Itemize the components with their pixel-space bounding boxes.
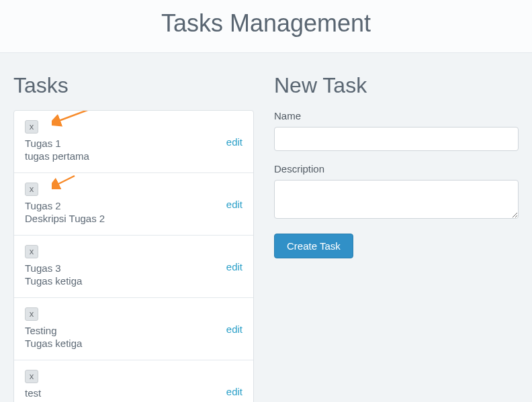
description-form-group: Description [274, 163, 519, 221]
delete-button[interactable]: x [25, 120, 38, 134]
task-name: test [25, 387, 242, 399]
task-item: x Testing Tugas ketiga edit [14, 298, 253, 360]
task-item: x Tugas 2 Deskripsi Tugas 2 edit [14, 173, 253, 236]
task-item: x Tugas 1 tugas pertama edit [14, 111, 253, 173]
delete-button[interactable]: x [25, 370, 38, 383]
name-label: Name [274, 110, 519, 121]
main-container: Tasks x Tugas 1 tugas pertama edit x Tug… [0, 53, 532, 402]
name-input[interactable] [274, 127, 519, 151]
task-description: Tugas ketiga [25, 338, 242, 349]
tasks-column: Tasks x Tugas 1 tugas pertama edit x Tug… [13, 73, 254, 402]
task-name: Testing [25, 325, 242, 336]
edit-link[interactable]: edit [226, 199, 242, 210]
description-textarea[interactable] [274, 180, 519, 219]
svg-line-1 [56, 176, 75, 185]
arrow-annotation-icon [52, 110, 92, 127]
task-description: Deskripsi Tugas 2 [25, 213, 242, 224]
task-name: Tugas 3 [25, 262, 242, 274]
edit-link[interactable]: edit [226, 261, 242, 272]
name-form-group: Name [274, 110, 519, 151]
edit-link[interactable]: edit [226, 386, 242, 397]
tasks-section-title: Tasks [13, 73, 254, 98]
task-item: x test Deskripisi tugas test edit [14, 360, 253, 402]
task-name: Tugas 2 [25, 200, 242, 211]
description-label: Description [274, 163, 519, 174]
task-description: tugas pertama [25, 150, 242, 162]
page-title: Tasks Management [0, 9, 532, 38]
delete-button[interactable]: x [25, 307, 38, 321]
delete-button[interactable]: x [25, 245, 38, 258]
new-task-column: New Task Name Description Create Task [274, 73, 519, 402]
create-task-button[interactable]: Create Task [274, 234, 353, 258]
task-description: Tugas ketiga [25, 275, 242, 287]
page-header: Tasks Management [0, 0, 532, 53]
task-item: x Tugas 3 Tugas ketiga edit [14, 236, 253, 298]
delete-button[interactable]: x [25, 183, 38, 196]
task-list: x Tugas 1 tugas pertama edit x Tugas 2 D… [13, 110, 254, 402]
svg-line-0 [57, 110, 89, 121]
edit-link[interactable]: edit [226, 136, 242, 148]
arrow-annotation-icon [52, 173, 79, 189]
new-task-title: New Task [274, 73, 519, 98]
task-name: Tugas 1 [25, 138, 242, 149]
edit-link[interactable]: edit [226, 323, 242, 335]
